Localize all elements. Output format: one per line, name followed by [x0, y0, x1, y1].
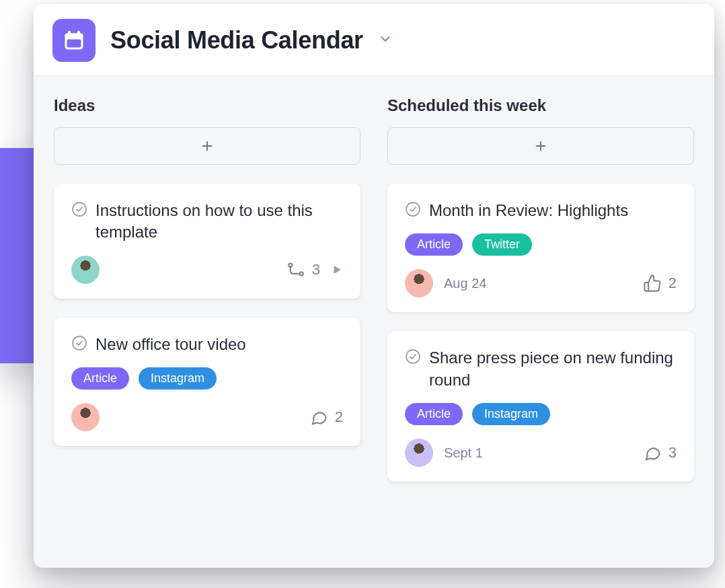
svg-rect-1: [65, 34, 83, 39]
tag-twitter[interactable]: Twitter: [472, 233, 532, 256]
avatar[interactable]: [71, 256, 100, 284]
column-ideas: Ideas Instructions on how to use this te…: [54, 96, 360, 501]
plus-icon: [533, 139, 548, 153]
check-circle-icon[interactable]: [71, 335, 87, 354]
avatar[interactable]: [71, 403, 100, 431]
subtask-count: 3: [312, 261, 320, 279]
column-title: Scheduled this week: [387, 96, 694, 115]
board-body: Ideas Instructions on how to use this te…: [34, 76, 714, 527]
card-footer: 2: [71, 403, 343, 431]
like-count: 2: [669, 274, 677, 292]
check-circle-icon[interactable]: [71, 201, 87, 220]
tag-article[interactable]: Article: [405, 403, 463, 425]
header: Social Media Calendar: [34, 4, 714, 76]
svg-point-14: [406, 203, 420, 216]
card[interactable]: Share press piece on new funding round A…: [387, 331, 694, 482]
svg-point-15: [406, 350, 420, 363]
svg-point-11: [73, 336, 86, 350]
svg-rect-3: [77, 31, 80, 36]
calendar-icon: [62, 28, 86, 52]
tag-list: Article Twitter: [405, 233, 677, 256]
tag-article[interactable]: Article: [71, 367, 129, 390]
svg-rect-4: [67, 40, 81, 48]
card-footer: 3: [71, 256, 343, 284]
check-circle-icon[interactable]: [405, 348, 421, 367]
board-icon: [52, 19, 96, 62]
tag-instagram[interactable]: Instagram: [139, 367, 217, 390]
card-title: New office tour video: [96, 334, 246, 355]
card[interactable]: New office tour video Article Instagram: [54, 318, 360, 446]
play-icon[interactable]: [331, 264, 343, 276]
card-footer: Sept 1 3: [405, 439, 677, 467]
due-date: Aug 24: [444, 276, 486, 291]
svg-point-7: [73, 203, 86, 216]
chevron-down-icon[interactable]: [378, 32, 393, 49]
subtasks-icon: [287, 260, 305, 279]
board-title[interactable]: Social Media Calendar: [110, 26, 363, 54]
board-window: Social Media Calendar Ideas Ins: [34, 4, 714, 568]
like-icon: [643, 274, 662, 293]
svg-marker-10: [334, 266, 342, 274]
check-circle-icon[interactable]: [405, 201, 421, 220]
comment-icon: [309, 408, 328, 427]
card-title: Instructions on how to use this template: [96, 200, 343, 244]
card-title: Share press piece on new funding round: [429, 347, 677, 391]
comment-icon: [643, 443, 662, 462]
tag-list: Article Instagram: [71, 367, 343, 390]
column-scheduled: Scheduled this week Month in Review: Hig…: [387, 96, 694, 501]
add-card-button[interactable]: [54, 127, 360, 165]
svg-rect-2: [68, 31, 71, 36]
column-title: Ideas: [54, 96, 360, 115]
due-date: Sept 1: [444, 445, 483, 461]
card[interactable]: Month in Review: Highlights Article Twit…: [387, 184, 694, 312]
avatar[interactable]: [405, 439, 433, 467]
comment-count: 2: [335, 408, 343, 426]
card[interactable]: Instructions on how to use this template: [54, 184, 360, 299]
tag-article[interactable]: Article: [405, 233, 463, 256]
tag-list: Article Instagram: [405, 403, 677, 425]
tag-instagram[interactable]: Instagram: [472, 403, 550, 425]
avatar[interactable]: [405, 269, 433, 297]
add-card-button[interactable]: [387, 127, 694, 165]
plus-icon: [200, 139, 215, 153]
comment-count: 3: [669, 444, 677, 462]
card-title: Month in Review: Highlights: [429, 200, 628, 221]
card-footer: Aug 24 2: [405, 269, 677, 297]
